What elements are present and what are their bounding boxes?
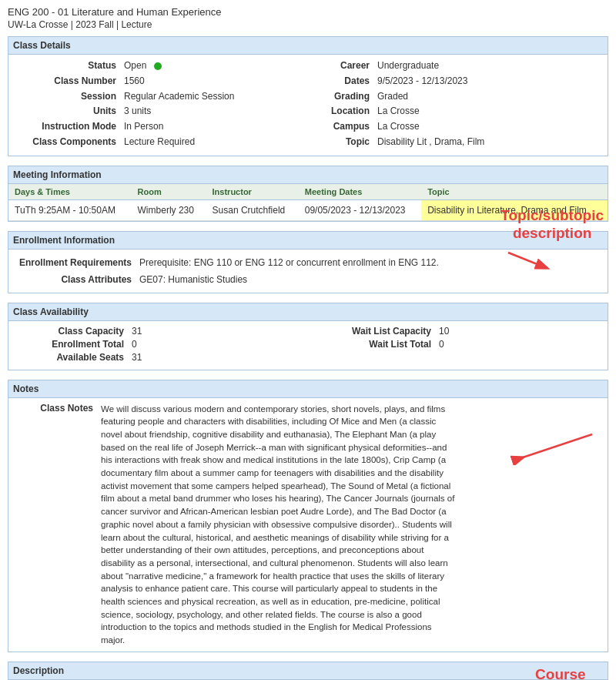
meeting-dates: 09/05/2023 - 12/13/2023 [299, 199, 421, 220]
dates-value: 9/5/2023 - 12/13/2023 [377, 75, 467, 88]
wait-list-capacity-label: Wait List Capacity [308, 326, 431, 337]
career-label: Career [308, 59, 370, 72]
col-room: Room [132, 184, 206, 200]
class-attributes-value: GE07: Humanistic Studies [139, 274, 247, 285]
enrollment-header: Enrollment Information [8, 232, 608, 250]
notes-section: Notes Class Notes We will discuss variou… [8, 380, 608, 652]
meeting-table: Days & Times Room Instructor Meeting Dat… [8, 184, 608, 221]
enrollment-requirements-label: Enrollment Requirements [16, 257, 132, 268]
meeting-instructor: Susan Crutchfield [206, 199, 299, 220]
topic-value: Disability Lit , Drama, Film [377, 136, 484, 149]
meeting-room: Wimberly 230 [132, 199, 206, 220]
description-section: Description Intensive study of selected … [8, 662, 608, 680]
grading-value: Graded [377, 90, 408, 103]
class-number-label: Class Number [16, 75, 116, 88]
status-dot [154, 62, 162, 70]
wait-list-total-value: 0 [439, 339, 444, 350]
status-value: Open [124, 59, 162, 72]
col-topic: Topic [421, 184, 608, 200]
campus-label: Campus [308, 120, 370, 133]
grading-label: Grading [308, 90, 370, 103]
course-subtitle: UW-La Crosse | 2023 Fall | Lecture [8, 19, 608, 30]
instruction-mode-label: Instruction Mode [16, 120, 116, 133]
availability-section: Class Availability Class Capacity 31 Enr… [8, 303, 608, 370]
location-value: La Crosse [377, 105, 420, 118]
class-notes-label: Class Notes [16, 403, 93, 414]
class-attributes-label: Class Attributes [16, 274, 132, 285]
meeting-row: TuTh 9:25AM - 10:50AM Wimberly 230 Susan… [8, 199, 608, 220]
enrollment-section: Enrollment Information Enrollment Requir… [8, 231, 608, 293]
class-notes-text: We will discuss various modern and conte… [101, 403, 455, 647]
col-meeting-dates: Meeting Dates [299, 184, 421, 200]
course-title: ENG 200 - 01 Literature and Human Experi… [8, 6, 608, 18]
wait-list-total-label: Wait List Total [308, 339, 431, 350]
career-value: Undergraduate [377, 59, 439, 72]
class-capacity-value: 31 [132, 326, 142, 337]
topic-label: Topic [308, 136, 370, 149]
wait-list-capacity-value: 10 [439, 326, 449, 337]
enrollment-requirements-value: Prerequisite: ENG 110 or ENG 112 or conc… [139, 257, 439, 268]
instruction-mode-value: In Person [124, 120, 163, 133]
enrollment-total-value: 0 [132, 339, 137, 350]
session-value: Regular Academic Session [124, 90, 234, 103]
class-details-section: Class Details Status Open Class Number 1… [8, 36, 608, 156]
class-components-value: Lecture Required [124, 136, 195, 149]
class-number-value: 1560 [124, 75, 145, 88]
class-components-label: Class Components [16, 136, 116, 149]
session-label: Session [16, 90, 116, 103]
description-header: Description [8, 662, 608, 680]
meeting-topic: Disability in Literature, Drama and Film [421, 199, 608, 220]
location-label: Location [308, 105, 370, 118]
meeting-info-section: Meeting Information Days & Times Room In… [8, 166, 608, 222]
meeting-days-times: TuTh 9:25AM - 10:50AM [8, 199, 132, 220]
meeting-info-header: Meeting Information [8, 166, 608, 184]
campus-value: La Crosse [377, 120, 420, 133]
notes-header: Notes [8, 380, 608, 398]
col-instructor: Instructor [206, 184, 299, 200]
availability-header: Class Availability [8, 303, 608, 321]
available-seats-value: 31 [132, 352, 142, 363]
col-days-times: Days & Times [8, 184, 132, 200]
class-details-header: Class Details [8, 37, 608, 55]
available-seats-label: Available Seats [16, 352, 124, 363]
units-label: Units [16, 105, 116, 118]
dates-label: Dates [308, 75, 370, 88]
status-label: Status [16, 59, 116, 72]
enrollment-total-label: Enrollment Total [16, 339, 124, 350]
units-value: 3 units [124, 105, 151, 118]
class-capacity-label: Class Capacity [16, 326, 124, 337]
